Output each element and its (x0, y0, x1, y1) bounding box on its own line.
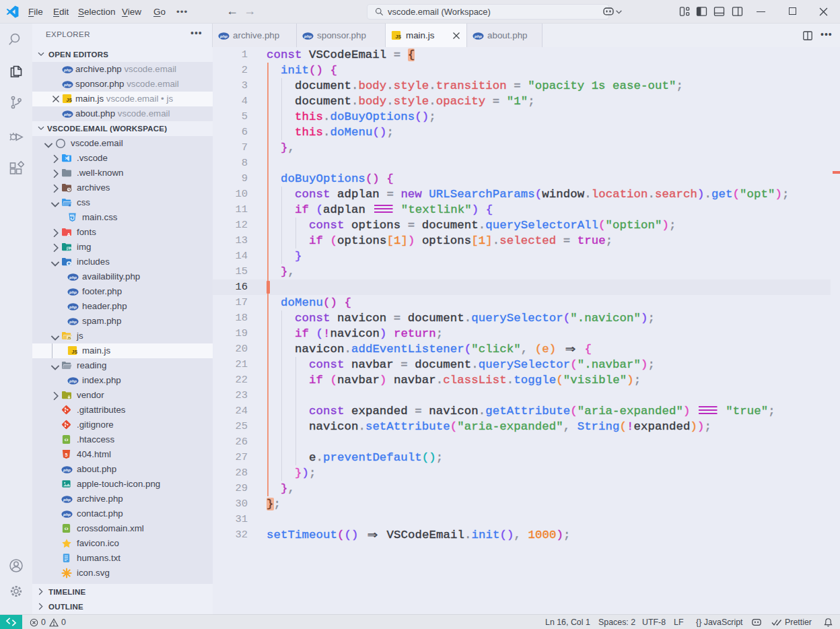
svg-text:php: php (63, 498, 71, 502)
svg-text:php: php (63, 512, 71, 517)
svg-text:JS: JS (71, 350, 77, 354)
svg-text:php: php (63, 468, 71, 472)
svg-text:A: A (67, 232, 71, 238)
svg-text:‹›: ‹› (64, 436, 68, 443)
svg-text:php: php (304, 34, 312, 38)
svg-text:php: php (63, 112, 71, 117)
svg-text:JS: JS (66, 98, 72, 102)
svg-text:php: php (69, 320, 77, 324)
svg-text:php: php (69, 275, 77, 279)
svg-text:JS: JS (67, 337, 72, 340)
svg-text:JS: JS (395, 34, 401, 39)
svg-text:php: php (69, 379, 77, 383)
svg-text:php: php (69, 305, 77, 309)
svg-text:php: php (63, 68, 71, 72)
svg-text:php: php (219, 34, 228, 38)
svg-text:php: php (69, 290, 77, 294)
svg-text:php: php (63, 83, 71, 87)
svg-text:‹›: ‹› (64, 525, 68, 532)
svg-text:php: php (474, 34, 482, 38)
svg-text:5: 5 (65, 453, 68, 457)
